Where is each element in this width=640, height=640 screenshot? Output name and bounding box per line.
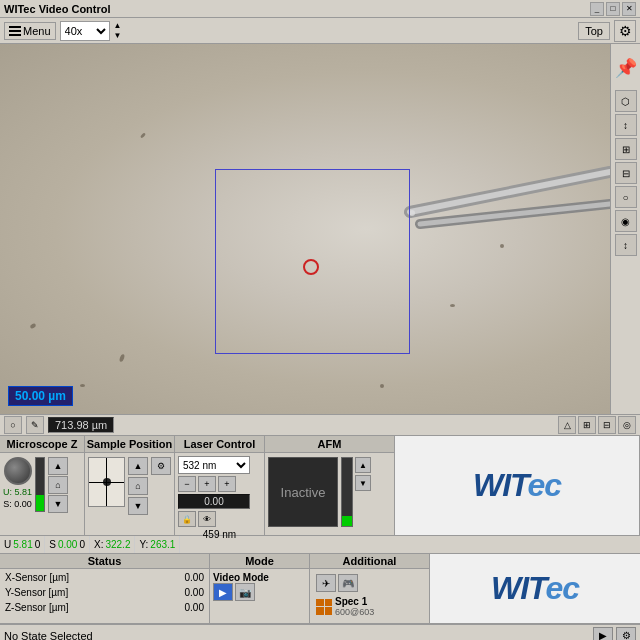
z-up-icon[interactable]: ▲ xyxy=(48,457,68,475)
witec-logo: WITec xyxy=(473,467,561,504)
svg-line-2 xyxy=(420,204,610,224)
crosshair-v-line xyxy=(106,458,107,506)
coord-item-y: Y: 263.1 xyxy=(135,536,180,553)
sensor-table: X-Sensor [µm] 0.00 Y-Sensor [µm] 0.00 Z-… xyxy=(0,569,209,616)
menu-button[interactable]: Menu xyxy=(4,22,56,40)
close-button[interactable]: ✕ xyxy=(622,2,636,16)
sidebar-icon-3[interactable]: ⊞ xyxy=(615,138,637,160)
laser-icon-controls: 🔒 👁 xyxy=(178,511,261,527)
add-icon-2[interactable]: 🎮 xyxy=(338,574,358,592)
coord-s-value: 0.00 xyxy=(58,539,77,550)
sidebar-icon-4[interactable]: ⊟ xyxy=(615,162,637,184)
toolbar: Menu 40x 10x 20x 60x 100x ▲ ▼ Top ⚙ xyxy=(0,18,640,44)
snap-icon-3[interactable]: ⊟ xyxy=(598,416,616,434)
microscope-z-header: Microscope Z xyxy=(0,436,84,453)
sample-settings-button[interactable]: ⚙ xyxy=(151,457,171,475)
maximize-button[interactable]: □ xyxy=(606,2,620,16)
z-sensor-label: Z-Sensor [µm] xyxy=(2,601,151,614)
witec-wi-text: WI xyxy=(473,467,510,503)
tool-icon-2[interactable]: ✎ xyxy=(26,416,44,434)
afm-panel: AFM Inactive ▲ ▼ xyxy=(265,436,395,535)
laser-lock-button[interactable]: 🔒 xyxy=(178,511,196,527)
snap-controls: △ ⊞ ⊟ ◎ xyxy=(558,416,636,434)
nav-arrows[interactable]: ▲ ▼ xyxy=(114,21,122,40)
settings-button[interactable]: ⚙ xyxy=(614,20,636,42)
video-icon[interactable]: ▶ xyxy=(213,583,233,601)
z-controls: ▲ ⌂ ▼ xyxy=(48,457,68,513)
zoom-select[interactable]: 40x 10x 20x 60x 100x xyxy=(60,21,110,41)
afm-bar xyxy=(341,457,353,527)
svg-line-0 xyxy=(410,172,610,212)
coord-u-unit: 0 xyxy=(35,539,41,550)
laser-plus2-button[interactable]: + xyxy=(218,476,236,492)
status-panel: Status X-Sensor [µm] 0.00 Y-Sensor [µm] … xyxy=(0,554,210,623)
nav-down-icon[interactable]: ▼ xyxy=(114,31,122,40)
y-sensor-label: Y-Sensor [µm] xyxy=(2,586,151,599)
footer-settings-button[interactable]: ⚙ xyxy=(616,627,636,641)
laser-wavelength-select[interactable]: 532 nm xyxy=(178,456,250,474)
witec-ec-text: ec xyxy=(527,467,561,503)
x-sensor-value: 0.00 xyxy=(153,571,207,584)
afm-content: Inactive ▲ ▼ xyxy=(265,453,394,531)
microscope-z-panel: Microscope Z U: 5.81 S: 0.00 ▲ ⌂ ▼ xyxy=(0,436,85,535)
sidebar-icon-1[interactable]: ⬡ xyxy=(615,90,637,112)
laser-minus-button[interactable]: − xyxy=(178,476,196,492)
hamburger-icon xyxy=(9,26,21,36)
mode-icons: ▶ 📷 xyxy=(213,583,269,601)
laser-plus-button[interactable]: + xyxy=(198,476,216,492)
z-home-button[interactable]: ⌂ xyxy=(48,476,68,494)
spec-value: 600@603 xyxy=(335,607,374,617)
sidebar-icon-7[interactable]: ↕ xyxy=(615,234,637,256)
snap-icon-2[interactable]: ⊞ xyxy=(578,416,596,434)
camera-icon[interactable]: 📷 xyxy=(235,583,255,601)
coord-s-icon: S xyxy=(49,539,56,550)
z-u-value: U: 5.81 xyxy=(3,487,32,497)
sidebar-icon-6[interactable]: ◉ xyxy=(615,210,637,232)
laser-controls: − + + xyxy=(178,476,261,492)
window-controls: _ □ ✕ xyxy=(590,2,636,16)
z-knob[interactable] xyxy=(4,457,32,485)
laser-eye-button[interactable]: 👁 xyxy=(198,511,216,527)
afm-controls: ▲ ▼ xyxy=(355,457,371,491)
z-bar xyxy=(35,457,45,512)
footer-status-bar: No State Selected ▶ ⚙ xyxy=(0,624,640,640)
witec-bottom-text: WITec xyxy=(491,570,579,607)
x-sensor-label: X-Sensor [µm] xyxy=(2,571,151,584)
add-icon-1[interactable]: ✈ xyxy=(316,574,336,592)
minimize-button[interactable]: _ xyxy=(590,2,604,16)
tool-icon-1[interactable]: ○ xyxy=(4,416,22,434)
witec-logo-wi: WI xyxy=(491,570,528,606)
sample-position-panel: Sample Position ▲ ⌂ ▼ ⚙ xyxy=(85,436,175,535)
play-button[interactable]: ▶ xyxy=(593,627,613,641)
afm-down-button[interactable]: ▼ xyxy=(355,475,371,491)
coord-x-label: X: xyxy=(94,539,103,550)
nav-up-icon[interactable]: ▲ xyxy=(114,21,122,30)
coord-item-u: U 5.81 0 xyxy=(0,536,45,553)
spec-grid-icon xyxy=(316,599,332,615)
z-down-icon[interactable]: ▼ xyxy=(48,495,68,513)
sidebar-icon-2[interactable]: ↕ xyxy=(615,114,637,136)
snap-icon-4[interactable]: ◎ xyxy=(618,416,636,434)
status-panel-header: Status xyxy=(0,554,209,569)
mode-panel: Mode Video Mode ▶ 📷 xyxy=(210,554,310,623)
coord-item-x: X: 322.2 xyxy=(90,536,135,553)
footer-controls: ▶ ⚙ xyxy=(593,627,636,641)
sidebar-icon-5[interactable]: ○ xyxy=(615,186,637,208)
sample-down-button[interactable]: ▼ xyxy=(128,497,148,515)
additional-panel: Additional ✈ 🎮 Spec 1 600@603 xyxy=(310,554,430,623)
y-sensor-value: 0.00 xyxy=(153,586,207,599)
sample-up-button[interactable]: ▲ xyxy=(128,457,148,475)
spec-info: Spec 1 600@603 xyxy=(335,596,374,617)
coord-s-unit: 0 xyxy=(79,539,85,550)
sample-home-button[interactable]: ⌂ xyxy=(128,477,148,495)
position-marker xyxy=(303,259,319,275)
additional-icons: ✈ 🎮 xyxy=(313,572,426,594)
afm-up-button[interactable]: ▲ xyxy=(355,457,371,473)
snap-icon-1[interactable]: △ xyxy=(558,416,576,434)
witec-t-text: T xyxy=(510,467,527,503)
afm-bar-fill xyxy=(342,516,352,526)
top-button[interactable]: Top xyxy=(578,22,610,40)
video-mode-label: Video Mode xyxy=(213,572,269,583)
z-sensor-value: 0.00 xyxy=(153,601,207,614)
z-bar-fill xyxy=(36,495,44,511)
